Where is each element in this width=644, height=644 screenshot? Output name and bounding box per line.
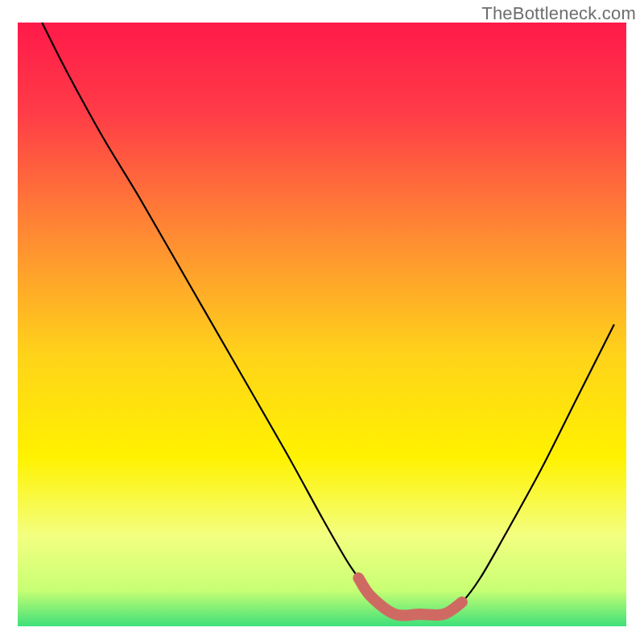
- chart-background: [18, 23, 626, 626]
- chart-svg: [0, 0, 644, 644]
- attribution-label: TheBottleneck.com: [481, 3, 636, 24]
- bottleneck-chart: TheBottleneck.com: [0, 0, 644, 644]
